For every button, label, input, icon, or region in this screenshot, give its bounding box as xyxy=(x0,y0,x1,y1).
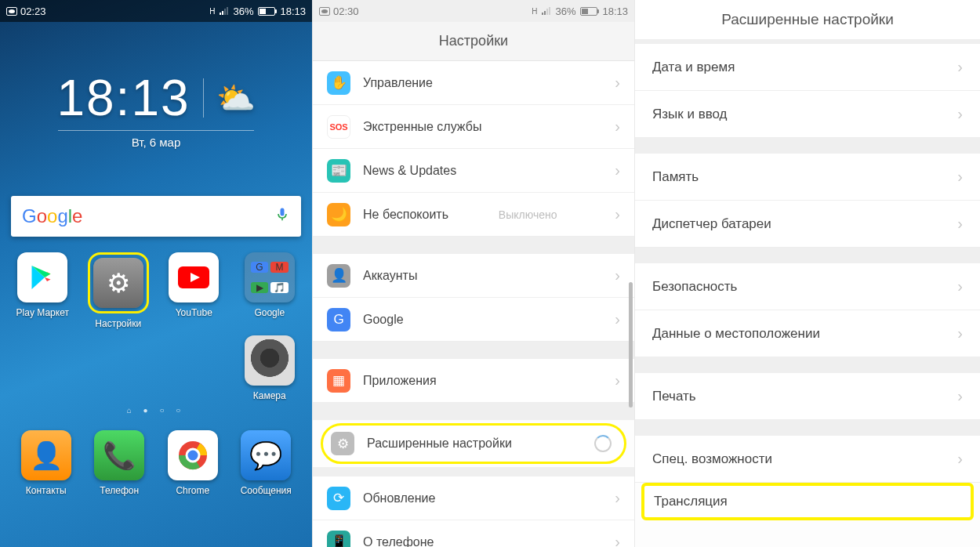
row-label: Трансляция xyxy=(654,494,728,509)
row-label: Управление xyxy=(363,76,433,90)
app-label: Камера xyxy=(253,390,286,401)
app-label: Контакты xyxy=(26,485,67,496)
adv-row-battery[interactable]: Диспетчер батареи › xyxy=(635,201,980,248)
chrome-icon xyxy=(168,430,218,480)
news-icon: 📰 xyxy=(327,159,350,183)
app-grid: Play Маркет ⚙ Настройки YouTube GM▶🎵 Goo… xyxy=(5,252,307,401)
record-timer: 02:23 xyxy=(20,5,46,17)
phone-icon: 📞 xyxy=(94,430,144,480)
chevron-right-icon: › xyxy=(615,489,620,507)
settings-row-news[interactable]: 📰 News & Updates › xyxy=(313,149,634,193)
dock-chrome[interactable]: Chrome xyxy=(156,430,230,496)
row-label: Обновление xyxy=(363,491,435,505)
app-play-market[interactable]: Play Маркет xyxy=(5,252,81,329)
status-time: 18:13 xyxy=(602,5,628,17)
settings-row-apps[interactable]: ▦ Приложения › xyxy=(313,359,634,403)
row-label: Данные о местоположении xyxy=(652,326,820,342)
chevron-right-icon: › xyxy=(957,58,963,76)
chevron-right-icon: › xyxy=(615,533,620,547)
chevron-right-icon: › xyxy=(615,205,620,223)
app-label: Телефон xyxy=(100,485,139,496)
adv-row-language[interactable]: Язык и ввод › xyxy=(635,91,980,138)
chevron-right-icon: › xyxy=(615,74,620,92)
dock-contacts[interactable]: 👤 Контакты xyxy=(9,430,83,496)
home-screen: 02:23 H 36% 18:13 18:13 ⛅ Вт, 6 мар Goog… xyxy=(0,0,312,547)
row-label: Печать xyxy=(652,389,696,404)
dock-phone[interactable]: 📞 Телефон xyxy=(83,430,157,496)
clock-widget[interactable]: 18:13 ⛅ Вт, 6 мар xyxy=(0,69,312,149)
google-search-bar[interactable]: Google xyxy=(11,196,301,237)
section-gap xyxy=(313,237,634,254)
scrollbar[interactable] xyxy=(629,282,633,408)
battery-pct: 36% xyxy=(555,5,575,17)
settings-row-google[interactable]: G Google › xyxy=(313,298,634,342)
apps-icon: ▦ xyxy=(327,369,350,393)
settings-row-advanced[interactable]: ⚙ Расширенные настройки xyxy=(321,423,626,464)
row-label: Безопасность xyxy=(652,279,737,295)
settings-row-management[interactable]: ✋ Управление › xyxy=(313,61,634,105)
page-indicator: ⌂ ● ○ ○ xyxy=(0,406,312,415)
folder-icon: GM▶🎵 xyxy=(245,252,295,302)
divider xyxy=(203,78,204,118)
settings-row-accounts[interactable]: 👤 Аккаунты › xyxy=(313,254,634,298)
contacts-icon: 👤 xyxy=(21,430,71,480)
row-label: Спец. возможности xyxy=(652,451,772,467)
page-title: Настройки xyxy=(313,22,634,61)
divider xyxy=(58,130,254,131)
settings-row-dnd[interactable]: 🌙 Не беспокоить Выключено › xyxy=(313,193,634,237)
status-bar: 02:23 H 36% 18:13 xyxy=(0,0,312,22)
google-icon: G xyxy=(327,308,350,331)
row-label: Приложения xyxy=(363,374,437,388)
section-gap xyxy=(313,403,634,420)
app-label: Chrome xyxy=(176,485,209,496)
row-label: Google xyxy=(363,313,404,327)
chevron-right-icon: › xyxy=(957,450,963,468)
app-label: Сообщения xyxy=(241,485,292,496)
row-label: О телефоне xyxy=(363,535,434,548)
adv-row-location[interactable]: Данные о местоположении › xyxy=(635,310,980,357)
chevron-right-icon: › xyxy=(957,387,963,405)
app-settings[interactable]: ⚙ Настройки xyxy=(81,252,157,329)
advanced-settings-screen: Расширенные настройки Дата и время › Язы… xyxy=(635,0,980,547)
chevron-right-icon: › xyxy=(615,161,620,179)
adv-row-cast[interactable]: Трансляция xyxy=(641,483,974,520)
hand-icon: ✋ xyxy=(327,71,350,95)
camera-icon xyxy=(245,335,295,386)
row-label: Расширенные настройки xyxy=(367,437,512,451)
dnd-icon: 🌙 xyxy=(327,203,350,226)
settings-row-about[interactable]: 📱 О телефоне › xyxy=(313,520,634,547)
row-label: Язык и ввод xyxy=(652,107,728,122)
section-gap xyxy=(635,138,980,154)
app-label: Настройки xyxy=(95,318,141,329)
status-time: 18:13 xyxy=(280,5,306,17)
settings-row-emergency[interactable]: SOS Экстренные службы › xyxy=(313,105,634,149)
app-camera[interactable]: Камера xyxy=(232,335,308,401)
chevron-right-icon: › xyxy=(615,310,620,328)
mic-icon[interactable] xyxy=(274,204,290,229)
adv-row-accessibility[interactable]: Спец. возможности › xyxy=(635,436,980,483)
chevron-right-icon: › xyxy=(615,266,620,284)
adv-row-datetime[interactable]: Дата и время › xyxy=(635,44,980,91)
settings-row-update[interactable]: ⟳ Обновление › xyxy=(313,476,634,520)
row-label: Экстренные службы xyxy=(363,120,481,134)
page-title: Расширенные настройки xyxy=(635,0,980,39)
adv-row-security[interactable]: Безопасность › xyxy=(635,263,980,310)
advanced-icon: ⚙ xyxy=(331,432,354,455)
gear-icon: ⚙ xyxy=(93,258,143,308)
chevron-right-icon: › xyxy=(957,324,963,342)
dock-messages[interactable]: 💬 Сообщения xyxy=(230,430,303,496)
youtube-icon xyxy=(169,252,219,302)
app-youtube[interactable]: YouTube xyxy=(156,252,232,329)
section-gap xyxy=(313,467,634,476)
chevron-right-icon: › xyxy=(957,277,963,295)
row-label: Аккаунты xyxy=(363,269,417,283)
row-label: Не беспокоить xyxy=(363,208,448,222)
adv-row-print[interactable]: Печать › xyxy=(635,373,980,420)
app-label: Play Маркет xyxy=(16,307,69,318)
app-folder-google[interactable]: GM▶🎵 Google xyxy=(232,252,308,329)
google-logo: Google xyxy=(22,205,82,227)
section-gap xyxy=(635,357,980,373)
adv-row-memory[interactable]: Память › xyxy=(635,154,980,201)
update-icon: ⟳ xyxy=(327,487,350,510)
signal-icon xyxy=(542,7,550,15)
